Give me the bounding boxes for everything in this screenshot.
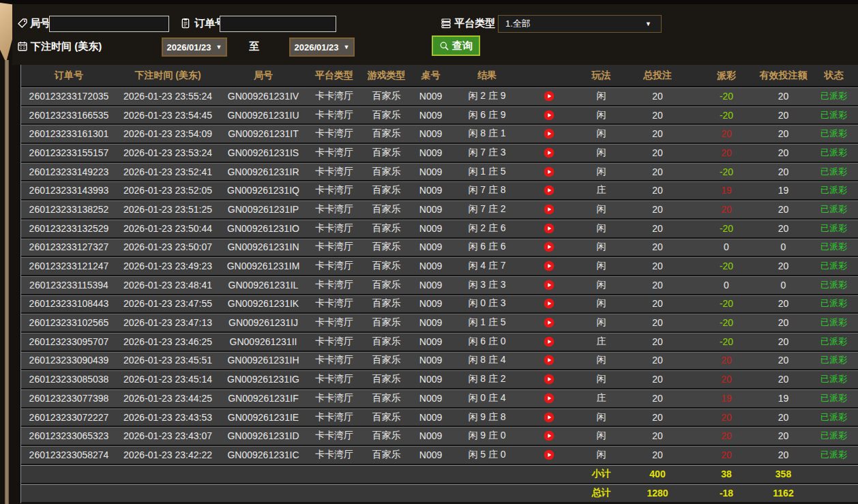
result-text: 闲 9 庄 8 [449,411,524,424]
platform-type-value: 1.全部 [499,18,645,30]
play-icon[interactable] [544,241,554,252]
filter-bar: 局号 订单号 平台类型 1.全部 ▼ 下注时间 (美东) 2026/01/23▼… [12,4,858,65]
cell-play-type: 闲 [582,370,620,388]
total-status-empty [809,484,858,502]
search-button[interactable]: 查询 [432,35,480,56]
cell-platform: 卡卡湾厅 [308,144,361,162]
date-to-picker[interactable]: 2026/01/23▼ [289,38,355,57]
cell-total-bet: 20 [620,239,695,256]
total-total-bet: 1280 [620,484,695,502]
order-no-input[interactable] [220,16,336,32]
date-from-value: 2026/01/23 [167,42,211,53]
cell-order-no: 260123233155157 [21,144,117,162]
cell-result: 闲 8 庄 2 [449,370,582,388]
play-icon[interactable] [544,317,554,328]
cell-status: 已派彩 [809,314,858,331]
cell-result: 闲 2 庄 6 [449,220,582,237]
cell-game-type: 百家乐 [361,163,412,181]
play-icon[interactable] [544,261,554,271]
play-icon[interactable] [544,280,554,291]
cell-result: 闲 1 庄 5 [449,314,582,331]
play-icon[interactable] [544,223,554,234]
cell-payout: 20 [695,125,758,143]
play-icon[interactable] [544,204,554,215]
platform-type-select[interactable]: 1.全部 ▼ [498,15,662,33]
play-icon[interactable] [544,185,554,196]
cell-bet-time: 2026-01-23 23:43:07 [117,427,219,445]
cell-platform: 卡卡湾厅 [308,201,361,218]
cell-result: 闲 6 庄 6 [449,239,582,256]
cell-game-type: 百家乐 [361,220,412,237]
cell-result: 闲 7 庄 3 [449,144,582,162]
play-icon[interactable] [544,91,554,102]
play-icon[interactable] [544,393,554,404]
cell-status: 已派彩 [809,409,858,426]
subtotal-total-bet: 400 [620,465,695,483]
cell-game-type: 百家乐 [361,352,412,370]
play-icon[interactable] [544,147,554,158]
play-icon[interactable] [544,430,554,441]
table-header-row: 订单号下注时间 (美东)局号平台类型游戏类型桌号结果玩法总投注派彩有效投注额状态 [21,65,858,87]
play-icon[interactable] [544,412,554,423]
cell-platform: 卡卡湾厅 [308,181,361,199]
cell-payout: -20 [695,163,758,181]
table-row: 260123233058274 2026-01-23 23:42:22 GN00… [21,446,858,465]
cell-round-no: GN009261231IJ [219,314,308,331]
table-row: 260123233108443 2026-01-23 23:47:55 GN00… [21,295,858,314]
cell-order-no: 260123233143993 [21,181,117,199]
play-icon[interactable] [544,355,554,366]
column-header-3: 平台类型 [308,65,361,86]
play-icon[interactable] [544,110,554,121]
cell-order-no: 260123233127327 [21,239,117,256]
play-icon[interactable] [544,374,554,385]
result-text: 闲 7 庄 8 [449,184,524,196]
result-text: 闲 2 庄 9 [449,90,524,102]
cell-order-no: 260123233161301 [21,125,117,143]
cell-payout: 20 [695,144,758,162]
cell-play-type: 闲 [582,220,620,237]
table-row: 260123233143993 2026-01-23 23:52:05 GN00… [21,181,858,201]
cell-bet-time: 2026-01-23 23:42:22 [117,446,219,464]
play-icon[interactable] [544,336,554,347]
result-text: 闲 0 庄 3 [449,297,524,310]
cell-play-type: 庄 [582,389,620,407]
cell-order-no: 260123233115394 [21,276,117,294]
cell-total-bet: 20 [620,370,695,388]
cell-total-bet: 20 [620,163,695,181]
cell-payout: -20 [695,257,758,275]
cell-result: 闲 8 庄 4 [449,352,582,370]
cell-round-no: GN009261231IK [219,295,308,313]
cell-valid-bet: 20 [758,352,809,370]
cell-status: 已派彩 [809,87,858,105]
table-row: 260123233132529 2026-01-23 23:50:44 GN00… [21,220,858,239]
table-row: 260123233155157 2026-01-23 23:53:24 GN00… [21,144,858,163]
cell-table-no: N009 [412,446,449,464]
cell-order-no: 260123233077398 [21,389,117,407]
cell-total-bet: 20 [620,409,695,426]
play-icon[interactable] [544,449,554,460]
grand-total-row: 总计 1280 -18 1162 [21,484,858,503]
cell-payout: -20 [695,220,758,237]
cell-bet-time: 2026-01-23 23:52:05 [117,181,219,199]
cell-status: 已派彩 [809,257,858,275]
cell-round-no: GN009261231IC [219,446,308,464]
table-row: 260123233161301 2026-01-23 23:54:09 GN00… [21,125,858,144]
cell-round-no: GN009261231IS [219,144,308,162]
cell-game-type: 百家乐 [361,427,412,445]
cell-platform: 卡卡湾厅 [308,409,361,426]
cell-order-no: 260123233095707 [21,333,117,351]
chevron-down-icon: ▼ [645,20,661,27]
cell-round-no: GN009261231IR [219,163,308,181]
cell-bet-time: 2026-01-23 23:43:53 [117,409,219,426]
cell-table-no: N009 [412,144,449,162]
round-no-input[interactable] [49,16,169,32]
play-icon[interactable] [544,298,554,309]
cell-play-type: 闲 [582,125,620,143]
play-icon[interactable] [544,128,554,139]
cell-table-no: N009 [412,333,449,351]
date-from-picker[interactable]: 2026/01/23▼ [162,38,227,57]
play-icon[interactable] [544,166,554,177]
cell-bet-time: 2026-01-23 23:54:09 [117,125,219,143]
cell-payout: -20 [695,295,758,313]
cell-table-no: N009 [412,220,449,237]
